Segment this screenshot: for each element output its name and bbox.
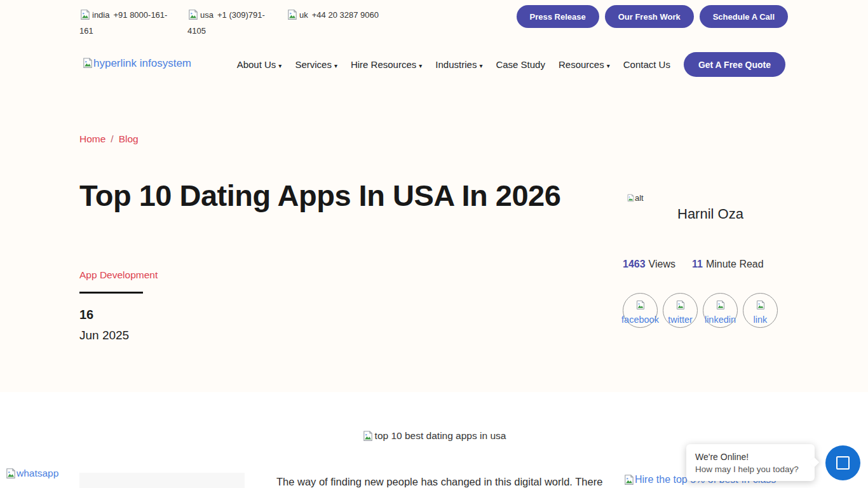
uk-flag-broken-image-icon [287, 9, 298, 20]
chevron-down-icon: ▾ [607, 62, 610, 69]
chat-launcher-button[interactable] [825, 445, 860, 480]
social-share-buttons: facebook twitter linkedin link [623, 293, 778, 328]
press-release-button[interactable]: Press Release [517, 5, 599, 28]
phone-usa[interactable]: usa+1 (309)791-4105 [187, 7, 274, 39]
chat-tooltip: We're Online! How may I help you today? [686, 444, 815, 481]
our-fresh-work-button[interactable]: Our Fresh Work [605, 5, 694, 28]
share-twitter-button[interactable]: twitter [663, 293, 698, 328]
page-title: Top 10 Dating Apps In USA In 2026 [79, 174, 562, 217]
author-name: Harnil Oza [677, 206, 743, 222]
usa-flag-alt-text: usa [200, 10, 214, 20]
hero-broken-image-icon [362, 430, 374, 442]
hero-image: top 10 best dating apps in usa [0, 430, 868, 442]
breadcrumb-home-link[interactable]: Home [79, 133, 105, 144]
facebook-broken-image-icon [635, 300, 646, 310]
breadcrumb-separator: / [111, 133, 113, 144]
chevron-down-icon: ▾ [419, 62, 422, 69]
hero-image-alt-text: top 10 best dating apps in usa [375, 430, 506, 441]
share-facebook-button[interactable]: facebook [623, 293, 658, 328]
phone-india[interactable]: india+91 8000-161-161 [79, 7, 175, 39]
india-flag-alt-text: india [92, 10, 109, 20]
nav-case-study[interactable]: Case Study [496, 59, 545, 70]
india-flag-broken-image-icon [79, 9, 91, 20]
chat-question-text: How may I help you today? [695, 463, 806, 475]
author-broken-image-icon [627, 194, 635, 202]
linkedin-alt-text: linkedin [705, 315, 736, 325]
facebook-alt-text: facebook [621, 315, 659, 325]
breadcrumb: Home/Blog [79, 133, 139, 145]
contact-topbar: india+91 8000-161-161 usa+1 (309)791-410… [79, 7, 379, 39]
whatsapp-alt-text: whatsapp [17, 468, 58, 478]
nav-services[interactable]: Services▾ [295, 59, 337, 70]
author-image-alt-text: alt [635, 193, 644, 203]
uk-flag-alt-text: uk [299, 10, 308, 20]
link-alt-text: link [754, 315, 768, 325]
views-stat: 1463Views [623, 259, 675, 270]
whatsapp-broken-image-icon [5, 468, 17, 479]
views-label: Views [649, 259, 675, 269]
topbar-buttons: Press Release Our Fresh Work Schedule A … [517, 5, 789, 28]
chat-window-icon [836, 456, 850, 470]
intro-paragraph: The way of finding new people has change… [276, 476, 602, 488]
nav-resources[interactable]: Resources▾ [559, 59, 610, 70]
page-top-section: india+91 8000-161-161 usa+1 (309)791-410… [0, 0, 868, 392]
read-time-label: Minute Read [706, 259, 764, 269]
usa-flag-broken-image-icon [187, 9, 199, 20]
twitter-broken-image-icon [675, 300, 686, 310]
uk-phone-number[interactable]: +44 20 3287 9060 [312, 10, 379, 20]
blog-page: { "icons": { "dropdown_caret": "▾" }, "c… [0, 0, 868, 488]
share-link-button[interactable]: link [743, 293, 778, 328]
logo-broken-image-icon [82, 57, 93, 69]
twitter-alt-text: twitter [668, 315, 693, 325]
chevron-down-icon: ▾ [479, 62, 482, 69]
nav-industries[interactable]: Industries▾ [435, 59, 482, 70]
author-avatar: alt [627, 193, 644, 203]
nav-contact-us[interactable]: Contact Us [623, 59, 670, 70]
site-logo[interactable]: hyperlink infosystem [82, 57, 191, 70]
views-count: 1463 [623, 259, 646, 269]
chevron-down-icon: ▾ [278, 62, 281, 69]
get-a-free-quote-button[interactable]: Get A Free Quote [684, 52, 785, 77]
chat-status-text: We're Online! [695, 451, 806, 463]
publish-date-month-year: Jun 2025 [79, 329, 129, 342]
phone-uk[interactable]: uk+44 20 3287 9060 [287, 7, 379, 39]
publish-date-day: 16 [79, 308, 93, 322]
schedule-a-call-button[interactable]: Schedule A Call [700, 5, 788, 28]
main-navigation: About Us▾ Services▾ Hire Resources▾ Indu… [237, 52, 785, 77]
breadcrumb-blog-link[interactable]: Blog [119, 133, 139, 144]
share-linkedin-button[interactable]: linkedin [703, 293, 738, 328]
read-time-count: 11 [692, 259, 703, 269]
whatsapp-float-button[interactable]: whatsapp [5, 468, 58, 479]
usa-phone-number[interactable]: +1 (309)791-4105 [187, 10, 265, 36]
link-broken-image-icon [756, 300, 766, 310]
read-time-stat: 11Minute Read [692, 259, 764, 270]
title-divider [79, 292, 143, 294]
nav-about-us[interactable]: About Us▾ [237, 59, 282, 70]
hire-banner-broken-image-icon [623, 474, 635, 485]
chevron-down-icon: ▾ [334, 62, 337, 69]
article-stats: 1463Views 11Minute Read [623, 259, 764, 270]
linkedin-broken-image-icon [715, 300, 726, 310]
logo-alt-text: hyperlink infosystem [93, 57, 191, 69]
table-of-contents-box [79, 473, 245, 488]
category-app-development-link[interactable]: App Development [79, 269, 158, 281]
nav-hire-resources[interactable]: Hire Resources▾ [351, 59, 422, 70]
